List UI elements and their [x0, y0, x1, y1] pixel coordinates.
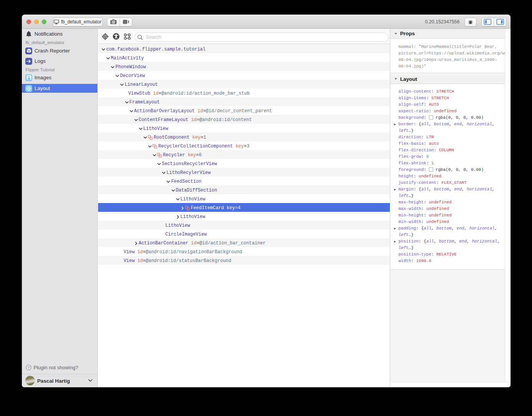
svg-text:?: ?	[28, 365, 30, 370]
